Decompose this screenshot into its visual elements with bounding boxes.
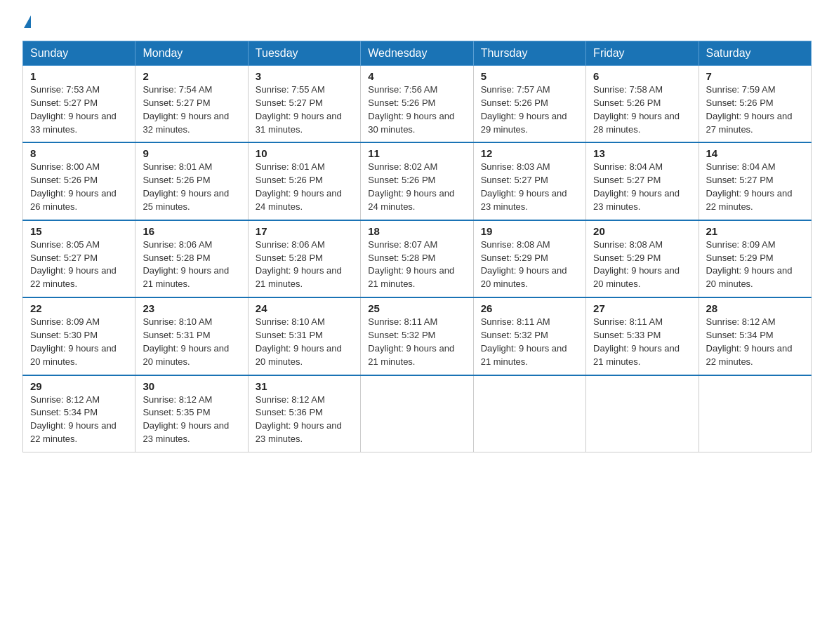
header-tuesday: Tuesday bbox=[248, 41, 360, 66]
calendar-cell: 5 Sunrise: 7:57 AMSunset: 5:26 PMDayligh… bbox=[473, 66, 585, 143]
day-number: 29 bbox=[30, 380, 128, 392]
calendar-cell: 9 Sunrise: 8:01 AMSunset: 5:26 PMDayligh… bbox=[135, 142, 248, 220]
day-number: 30 bbox=[143, 380, 240, 392]
day-number: 10 bbox=[256, 147, 353, 159]
day-number: 2 bbox=[143, 70, 240, 82]
day-number: 18 bbox=[368, 225, 465, 237]
header-monday: Monday bbox=[135, 41, 248, 66]
day-info: Sunrise: 8:08 AMSunset: 5:29 PMDaylight:… bbox=[593, 239, 691, 291]
calendar-cell: 14 Sunrise: 8:04 AMSunset: 5:27 PMDaylig… bbox=[699, 142, 811, 220]
calendar-cell bbox=[699, 375, 811, 452]
day-number: 6 bbox=[593, 70, 691, 82]
header-saturday: Saturday bbox=[699, 41, 811, 66]
day-info: Sunrise: 8:09 AMSunset: 5:29 PMDaylight:… bbox=[706, 239, 804, 291]
calendar-cell: 12 Sunrise: 8:03 AMSunset: 5:27 PMDaylig… bbox=[473, 142, 585, 220]
day-number: 28 bbox=[706, 302, 804, 314]
day-info: Sunrise: 7:56 AMSunset: 5:26 PMDaylight:… bbox=[368, 83, 465, 136]
calendar-cell: 11 Sunrise: 8:02 AMSunset: 5:26 PMDaylig… bbox=[361, 142, 473, 220]
day-number: 4 bbox=[368, 70, 465, 82]
day-info: Sunrise: 8:06 AMSunset: 5:28 PMDaylight:… bbox=[256, 239, 353, 291]
calendar-cell bbox=[361, 375, 473, 452]
day-number: 12 bbox=[481, 147, 578, 159]
day-number: 14 bbox=[706, 147, 804, 159]
page-header bbox=[22, 17, 812, 29]
calendar-cell bbox=[586, 375, 699, 452]
calendar-cell: 30 Sunrise: 8:12 AMSunset: 5:35 PMDaylig… bbox=[135, 375, 248, 452]
day-number: 15 bbox=[30, 225, 128, 237]
day-info: Sunrise: 8:01 AMSunset: 5:26 PMDaylight:… bbox=[143, 161, 240, 213]
day-info: Sunrise: 8:10 AMSunset: 5:31 PMDaylight:… bbox=[256, 316, 353, 368]
calendar-cell: 29 Sunrise: 8:12 AMSunset: 5:34 PMDaylig… bbox=[23, 375, 135, 452]
day-info: Sunrise: 8:12 AMSunset: 5:36 PMDaylight:… bbox=[256, 394, 353, 446]
calendar-cell: 6 Sunrise: 7:58 AMSunset: 5:26 PMDayligh… bbox=[586, 66, 699, 143]
calendar-cell: 19 Sunrise: 8:08 AMSunset: 5:29 PMDaylig… bbox=[473, 220, 585, 297]
day-info: Sunrise: 8:00 AMSunset: 5:26 PMDaylight:… bbox=[30, 161, 128, 213]
calendar-cell: 26 Sunrise: 8:11 AMSunset: 5:32 PMDaylig… bbox=[473, 297, 585, 375]
header-sunday: Sunday bbox=[23, 41, 135, 66]
day-number: 8 bbox=[30, 147, 128, 159]
day-info: Sunrise: 8:06 AMSunset: 5:28 PMDaylight:… bbox=[143, 239, 240, 291]
day-info: Sunrise: 7:58 AMSunset: 5:26 PMDaylight:… bbox=[593, 83, 691, 136]
day-number: 26 bbox=[481, 302, 578, 314]
calendar-cell: 24 Sunrise: 8:10 AMSunset: 5:31 PMDaylig… bbox=[248, 297, 360, 375]
calendar-cell bbox=[473, 375, 585, 452]
calendar-cell: 16 Sunrise: 8:06 AMSunset: 5:28 PMDaylig… bbox=[135, 220, 248, 297]
calendar-cell: 15 Sunrise: 8:05 AMSunset: 5:27 PMDaylig… bbox=[23, 220, 135, 297]
day-number: 13 bbox=[593, 147, 691, 159]
calendar-cell: 28 Sunrise: 8:12 AMSunset: 5:34 PMDaylig… bbox=[699, 297, 811, 375]
day-info: Sunrise: 8:08 AMSunset: 5:29 PMDaylight:… bbox=[481, 239, 578, 291]
day-info: Sunrise: 8:12 AMSunset: 5:34 PMDaylight:… bbox=[30, 394, 128, 446]
calendar-week-row: 29 Sunrise: 8:12 AMSunset: 5:34 PMDaylig… bbox=[23, 375, 812, 452]
calendar-cell: 10 Sunrise: 8:01 AMSunset: 5:26 PMDaylig… bbox=[248, 142, 360, 220]
calendar-cell: 8 Sunrise: 8:00 AMSunset: 5:26 PMDayligh… bbox=[23, 142, 135, 220]
calendar-week-row: 8 Sunrise: 8:00 AMSunset: 5:26 PMDayligh… bbox=[23, 142, 812, 220]
day-info: Sunrise: 7:54 AMSunset: 5:27 PMDaylight:… bbox=[143, 83, 240, 136]
calendar-cell: 13 Sunrise: 8:04 AMSunset: 5:27 PMDaylig… bbox=[586, 142, 699, 220]
day-info: Sunrise: 8:04 AMSunset: 5:27 PMDaylight:… bbox=[593, 161, 691, 213]
day-number: 22 bbox=[30, 302, 128, 314]
day-number: 9 bbox=[143, 147, 240, 159]
day-number: 11 bbox=[368, 147, 465, 159]
day-number: 21 bbox=[706, 225, 804, 237]
day-info: Sunrise: 7:55 AMSunset: 5:27 PMDaylight:… bbox=[256, 83, 353, 136]
calendar-cell: 20 Sunrise: 8:08 AMSunset: 5:29 PMDaylig… bbox=[586, 220, 699, 297]
logo-triangle-icon bbox=[24, 15, 31, 28]
day-info: Sunrise: 7:57 AMSunset: 5:26 PMDaylight:… bbox=[481, 83, 578, 136]
day-info: Sunrise: 8:01 AMSunset: 5:26 PMDaylight:… bbox=[256, 161, 353, 213]
calendar-cell: 17 Sunrise: 8:06 AMSunset: 5:28 PMDaylig… bbox=[248, 220, 360, 297]
day-info: Sunrise: 8:03 AMSunset: 5:27 PMDaylight:… bbox=[481, 161, 578, 213]
calendar-cell: 31 Sunrise: 8:12 AMSunset: 5:36 PMDaylig… bbox=[248, 375, 360, 452]
day-number: 16 bbox=[143, 225, 240, 237]
day-number: 25 bbox=[368, 302, 465, 314]
calendar-cell: 22 Sunrise: 8:09 AMSunset: 5:30 PMDaylig… bbox=[23, 297, 135, 375]
logo bbox=[22, 17, 31, 29]
calendar-cell: 27 Sunrise: 8:11 AMSunset: 5:33 PMDaylig… bbox=[586, 297, 699, 375]
day-number: 1 bbox=[30, 70, 128, 82]
calendar-cell: 21 Sunrise: 8:09 AMSunset: 5:29 PMDaylig… bbox=[699, 220, 811, 297]
calendar-cell: 1 Sunrise: 7:53 AMSunset: 5:27 PMDayligh… bbox=[23, 66, 135, 143]
day-info: Sunrise: 8:04 AMSunset: 5:27 PMDaylight:… bbox=[706, 161, 804, 213]
header-friday: Friday bbox=[586, 41, 699, 66]
day-info: Sunrise: 7:59 AMSunset: 5:26 PMDaylight:… bbox=[706, 83, 804, 136]
calendar-table: SundayMondayTuesdayWednesdayThursdayFrid… bbox=[22, 41, 812, 452]
day-info: Sunrise: 7:53 AMSunset: 5:27 PMDaylight:… bbox=[30, 83, 128, 136]
calendar-header-row: SundayMondayTuesdayWednesdayThursdayFrid… bbox=[23, 41, 812, 66]
calendar-cell: 3 Sunrise: 7:55 AMSunset: 5:27 PMDayligh… bbox=[248, 66, 360, 143]
calendar-cell: 18 Sunrise: 8:07 AMSunset: 5:28 PMDaylig… bbox=[361, 220, 473, 297]
day-info: Sunrise: 8:12 AMSunset: 5:35 PMDaylight:… bbox=[143, 394, 240, 446]
calendar-cell: 23 Sunrise: 8:10 AMSunset: 5:31 PMDaylig… bbox=[135, 297, 248, 375]
calendar-week-row: 22 Sunrise: 8:09 AMSunset: 5:30 PMDaylig… bbox=[23, 297, 812, 375]
calendar-cell: 4 Sunrise: 7:56 AMSunset: 5:26 PMDayligh… bbox=[361, 66, 473, 143]
day-info: Sunrise: 8:12 AMSunset: 5:34 PMDaylight:… bbox=[706, 316, 804, 368]
calendar-week-row: 1 Sunrise: 7:53 AMSunset: 5:27 PMDayligh… bbox=[23, 66, 812, 143]
day-number: 3 bbox=[256, 70, 353, 82]
day-info: Sunrise: 8:11 AMSunset: 5:32 PMDaylight:… bbox=[368, 316, 465, 368]
day-number: 5 bbox=[481, 70, 578, 82]
calendar-cell: 25 Sunrise: 8:11 AMSunset: 5:32 PMDaylig… bbox=[361, 297, 473, 375]
header-thursday: Thursday bbox=[473, 41, 585, 66]
day-info: Sunrise: 8:09 AMSunset: 5:30 PMDaylight:… bbox=[30, 316, 128, 368]
day-info: Sunrise: 8:07 AMSunset: 5:28 PMDaylight:… bbox=[368, 239, 465, 291]
day-number: 20 bbox=[593, 225, 691, 237]
day-info: Sunrise: 8:05 AMSunset: 5:27 PMDaylight:… bbox=[30, 239, 128, 291]
calendar-cell: 2 Sunrise: 7:54 AMSunset: 5:27 PMDayligh… bbox=[135, 66, 248, 143]
